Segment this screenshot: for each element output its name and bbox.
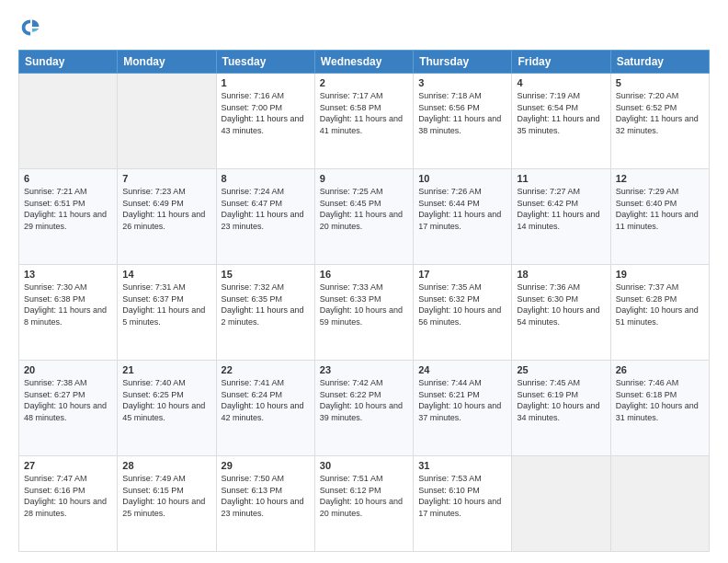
calendar-cell xyxy=(610,456,709,552)
day-info: Sunrise: 7:53 AM Sunset: 6:10 PM Dayligh… xyxy=(418,473,506,519)
day-info: Sunrise: 7:35 AM Sunset: 6:32 PM Dayligh… xyxy=(418,282,506,327)
day-header-sunday: Sunday xyxy=(19,51,118,74)
day-info: Sunrise: 7:18 AM Sunset: 6:56 PM Dayligh… xyxy=(418,90,506,136)
calendar-cell: 19Sunrise: 7:37 AM Sunset: 6:28 PM Dayli… xyxy=(610,265,709,361)
day-info: Sunrise: 7:27 AM Sunset: 6:42 PM Dayligh… xyxy=(517,186,605,232)
calendar-cell: 30Sunrise: 7:51 AM Sunset: 6:12 PM Dayli… xyxy=(314,456,413,552)
day-info: Sunrise: 7:23 AM Sunset: 6:49 PM Dayligh… xyxy=(122,186,210,232)
day-number: 5 xyxy=(616,77,704,88)
calendar-cell: 26Sunrise: 7:46 AM Sunset: 6:18 PM Dayli… xyxy=(610,361,709,456)
day-info: Sunrise: 7:32 AM Sunset: 6:35 PM Dayligh… xyxy=(222,282,310,327)
calendar-table: SundayMondayTuesdayWednesdayThursdayFrid… xyxy=(18,50,710,552)
day-number: 25 xyxy=(517,364,605,375)
calendar-cell: 9Sunrise: 7:25 AM Sunset: 6:45 PM Daylig… xyxy=(314,169,413,265)
calendar-cell: 13Sunrise: 7:30 AM Sunset: 6:38 PM Dayli… xyxy=(19,265,118,361)
day-number: 9 xyxy=(320,173,408,184)
calendar-cell xyxy=(19,74,118,169)
day-number: 11 xyxy=(517,173,605,184)
day-number: 16 xyxy=(320,269,408,280)
day-header-thursday: Thursday xyxy=(414,51,512,74)
day-info: Sunrise: 7:45 AM Sunset: 6:19 PM Dayligh… xyxy=(517,377,605,423)
calendar-cell: 4Sunrise: 7:19 AM Sunset: 6:54 PM Daylig… xyxy=(512,74,610,169)
day-info: Sunrise: 7:49 AM Sunset: 6:15 PM Dayligh… xyxy=(122,473,210,519)
day-info: Sunrise: 7:44 AM Sunset: 6:21 PM Dayligh… xyxy=(418,377,506,423)
header xyxy=(18,15,710,40)
calendar-cell: 18Sunrise: 7:36 AM Sunset: 6:30 PM Dayli… xyxy=(512,265,610,361)
calendar-cell: 25Sunrise: 7:45 AM Sunset: 6:19 PM Dayli… xyxy=(512,361,610,456)
calendar-cell: 22Sunrise: 7:41 AM Sunset: 6:24 PM Dayli… xyxy=(216,361,314,456)
calendar-cell: 2Sunrise: 7:17 AM Sunset: 6:58 PM Daylig… xyxy=(314,74,413,169)
day-info: Sunrise: 7:40 AM Sunset: 6:25 PM Dayligh… xyxy=(122,377,210,423)
day-number: 27 xyxy=(24,460,112,471)
day-info: Sunrise: 7:47 AM Sunset: 6:16 PM Dayligh… xyxy=(24,473,112,519)
logo-icon xyxy=(18,15,44,40)
day-number: 6 xyxy=(24,173,112,184)
day-number: 26 xyxy=(616,364,704,375)
day-number: 23 xyxy=(320,364,408,375)
logo xyxy=(18,15,48,40)
day-info: Sunrise: 7:50 AM Sunset: 6:13 PM Dayligh… xyxy=(222,473,310,519)
calendar-cell: 28Sunrise: 7:49 AM Sunset: 6:15 PM Dayli… xyxy=(118,456,216,552)
calendar-week-4: 20Sunrise: 7:38 AM Sunset: 6:27 PM Dayli… xyxy=(19,361,710,456)
day-info: Sunrise: 7:36 AM Sunset: 6:30 PM Dayligh… xyxy=(517,282,605,327)
calendar-cell: 21Sunrise: 7:40 AM Sunset: 6:25 PM Dayli… xyxy=(118,361,216,456)
day-number: 22 xyxy=(222,364,310,375)
calendar-cell xyxy=(512,456,610,552)
day-number: 2 xyxy=(320,77,408,88)
day-number: 3 xyxy=(418,77,506,88)
calendar-cell: 12Sunrise: 7:29 AM Sunset: 6:40 PM Dayli… xyxy=(610,169,709,265)
calendar-week-2: 6Sunrise: 7:21 AM Sunset: 6:51 PM Daylig… xyxy=(19,169,710,265)
day-number: 30 xyxy=(320,460,408,471)
calendar-cell xyxy=(118,74,216,169)
day-info: Sunrise: 7:24 AM Sunset: 6:47 PM Dayligh… xyxy=(222,186,310,232)
day-number: 12 xyxy=(616,173,704,184)
calendar-cell: 1Sunrise: 7:16 AM Sunset: 7:00 PM Daylig… xyxy=(216,74,314,169)
day-info: Sunrise: 7:29 AM Sunset: 6:40 PM Dayligh… xyxy=(616,186,704,232)
calendar-cell: 7Sunrise: 7:23 AM Sunset: 6:49 PM Daylig… xyxy=(118,169,216,265)
day-number: 8 xyxy=(222,173,310,184)
day-number: 17 xyxy=(418,269,506,280)
day-header-friday: Friday xyxy=(512,51,610,74)
day-info: Sunrise: 7:25 AM Sunset: 6:45 PM Dayligh… xyxy=(320,186,408,232)
calendar-cell: 24Sunrise: 7:44 AM Sunset: 6:21 PM Dayli… xyxy=(414,361,512,456)
calendar-cell: 20Sunrise: 7:38 AM Sunset: 6:27 PM Dayli… xyxy=(19,361,118,456)
calendar-cell: 15Sunrise: 7:32 AM Sunset: 6:35 PM Dayli… xyxy=(216,265,314,361)
calendar-cell: 29Sunrise: 7:50 AM Sunset: 6:13 PM Dayli… xyxy=(216,456,314,552)
day-number: 19 xyxy=(616,269,704,280)
calendar-week-5: 27Sunrise: 7:47 AM Sunset: 6:16 PM Dayli… xyxy=(19,456,710,552)
day-info: Sunrise: 7:51 AM Sunset: 6:12 PM Dayligh… xyxy=(320,473,408,519)
calendar-week-3: 13Sunrise: 7:30 AM Sunset: 6:38 PM Dayli… xyxy=(19,265,710,361)
day-info: Sunrise: 7:46 AM Sunset: 6:18 PM Dayligh… xyxy=(616,377,704,423)
day-info: Sunrise: 7:19 AM Sunset: 6:54 PM Dayligh… xyxy=(517,90,605,136)
day-header-wednesday: Wednesday xyxy=(314,51,413,74)
calendar-cell: 14Sunrise: 7:31 AM Sunset: 6:37 PM Dayli… xyxy=(118,265,216,361)
day-number: 28 xyxy=(122,460,210,471)
calendar-week-1: 1Sunrise: 7:16 AM Sunset: 7:00 PM Daylig… xyxy=(19,74,710,169)
day-info: Sunrise: 7:17 AM Sunset: 6:58 PM Dayligh… xyxy=(320,90,408,136)
calendar-cell: 3Sunrise: 7:18 AM Sunset: 6:56 PM Daylig… xyxy=(414,74,512,169)
calendar-cell: 17Sunrise: 7:35 AM Sunset: 6:32 PM Dayli… xyxy=(414,265,512,361)
calendar-cell: 8Sunrise: 7:24 AM Sunset: 6:47 PM Daylig… xyxy=(216,169,314,265)
page: SundayMondayTuesdayWednesdayThursdayFrid… xyxy=(0,0,728,563)
day-info: Sunrise: 7:20 AM Sunset: 6:52 PM Dayligh… xyxy=(616,90,704,136)
day-info: Sunrise: 7:26 AM Sunset: 6:44 PM Dayligh… xyxy=(418,186,506,232)
day-header-saturday: Saturday xyxy=(610,51,709,74)
day-number: 21 xyxy=(122,364,210,375)
day-info: Sunrise: 7:42 AM Sunset: 6:22 PM Dayligh… xyxy=(320,377,408,423)
calendar-cell: 5Sunrise: 7:20 AM Sunset: 6:52 PM Daylig… xyxy=(610,74,709,169)
calendar-cell: 16Sunrise: 7:33 AM Sunset: 6:33 PM Dayli… xyxy=(314,265,413,361)
day-info: Sunrise: 7:21 AM Sunset: 6:51 PM Dayligh… xyxy=(24,186,112,232)
calendar-header-row: SundayMondayTuesdayWednesdayThursdayFrid… xyxy=(19,51,710,74)
day-number: 24 xyxy=(418,364,506,375)
day-info: Sunrise: 7:41 AM Sunset: 6:24 PM Dayligh… xyxy=(222,377,310,423)
calendar-cell: 10Sunrise: 7:26 AM Sunset: 6:44 PM Dayli… xyxy=(414,169,512,265)
day-number: 15 xyxy=(222,269,310,280)
day-number: 13 xyxy=(24,269,112,280)
calendar-cell: 31Sunrise: 7:53 AM Sunset: 6:10 PM Dayli… xyxy=(414,456,512,552)
day-header-monday: Monday xyxy=(118,51,216,74)
day-number: 31 xyxy=(418,460,506,471)
day-header-tuesday: Tuesday xyxy=(216,51,314,74)
calendar-cell: 27Sunrise: 7:47 AM Sunset: 6:16 PM Dayli… xyxy=(19,456,118,552)
day-info: Sunrise: 7:37 AM Sunset: 6:28 PM Dayligh… xyxy=(616,282,704,327)
day-number: 29 xyxy=(222,460,310,471)
